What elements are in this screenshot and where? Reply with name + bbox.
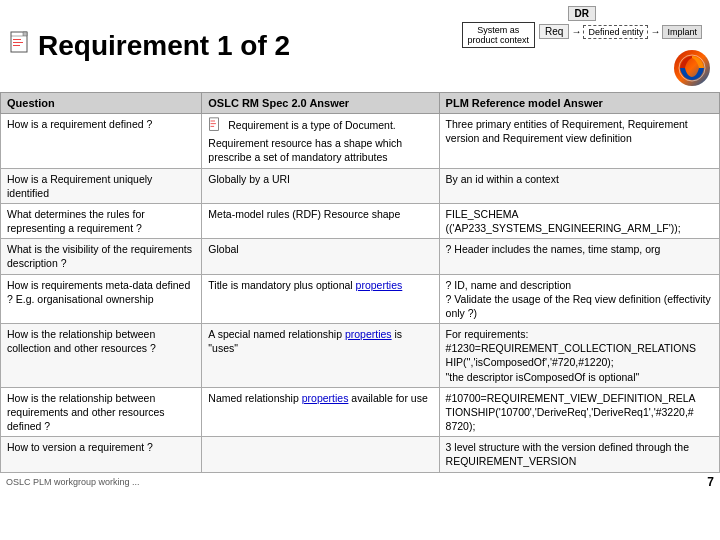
svg-rect-10	[211, 126, 215, 127]
col-header-oslc: OSLC RM Spec 2.0 Answer	[202, 93, 439, 114]
page-number: 7	[707, 475, 714, 489]
table-row: What determines the rules for representi…	[1, 203, 720, 238]
page-title: Requirement 1 of 2	[38, 30, 452, 62]
main-table: Question OSLC RM Spec 2.0 Answer PLM Ref…	[0, 92, 720, 473]
dr-box: DR	[568, 6, 596, 21]
req-box: Req	[539, 24, 569, 39]
oslc-answer-cell: Globally by a URI	[202, 168, 439, 203]
header-diagram: DR System asproduct context Req → Define…	[462, 6, 710, 86]
svg-rect-8	[211, 121, 215, 122]
plm-answer-cell: For requirements:#1230=REQUIREMENT_COLLE…	[439, 324, 719, 388]
properties-link-3[interactable]: properties	[302, 392, 349, 404]
svg-rect-5	[13, 45, 20, 46]
question-cell: How to version a requirement ?	[1, 437, 202, 472]
col-header-plm: PLM Reference model Answer	[439, 93, 719, 114]
doc-icon-left	[10, 31, 32, 61]
table-row: How to version a requirement ? 3 level s…	[1, 437, 720, 472]
plm-answer-cell: By an id within a context	[439, 168, 719, 203]
arrow-right2: →	[650, 26, 660, 37]
system-box: System asproduct context	[462, 22, 536, 48]
question-cell: How is the relationship between collecti…	[1, 324, 202, 388]
header: Requirement 1 of 2 DR System asproduct c…	[0, 0, 720, 90]
table-row: How is a Requirement uniquely identified…	[1, 168, 720, 203]
svg-rect-9	[211, 123, 216, 124]
arrow-right: →	[571, 26, 581, 37]
plm-answer-cell: 3 level structure with the version defin…	[439, 437, 719, 472]
svg-rect-3	[13, 39, 21, 40]
question-text: How is a requirement defined ?	[7, 118, 152, 130]
table-row: How is a requirement defined ? Requireme…	[1, 114, 720, 169]
table-header-row: Question OSLC RM Spec 2.0 Answer PLM Ref…	[1, 93, 720, 114]
table-row: How is requirements meta-data defined ? …	[1, 274, 720, 324]
table-row: How is the relationship between collecti…	[1, 324, 720, 388]
properties-link-2[interactable]: properties	[345, 328, 392, 340]
plm-answer-cell: ? Header includes the names, time stamp,…	[439, 239, 719, 274]
oslc-answer-cell	[202, 437, 439, 472]
oslc-answer-cell: A special named relationship properties …	[202, 324, 439, 388]
plm-answer-cell: FILE_SCHEMA (('AP233_SYSTEMS_ENGINEERING…	[439, 203, 719, 238]
plm-answer-cell: #10700=REQUIREMENT_VIEW_DEFINITION_RELA …	[439, 387, 719, 437]
oslc-answer-cell: Meta-model rules (RDF) Resource shape	[202, 203, 439, 238]
implant-box: Implant	[662, 25, 702, 39]
doc-icon-inline	[208, 117, 222, 136]
question-cell: How is the relationship between requirem…	[1, 387, 202, 437]
col-header-question: Question	[1, 93, 202, 114]
question-cell: What determines the rules for representi…	[1, 203, 202, 238]
properties-link-1[interactable]: properties	[356, 279, 403, 291]
table-row: How is the relationship between requirem…	[1, 387, 720, 437]
svg-marker-1	[23, 32, 27, 36]
svg-rect-4	[13, 42, 23, 43]
oslc-answer-cell: Title is mandatory plus optional propert…	[202, 274, 439, 324]
oslc-answer-cell: Named relationship properties available …	[202, 387, 439, 437]
footer-text: OSLC PLM workgroup working ...	[6, 476, 140, 487]
defined-entity-box: Defined entity	[583, 25, 648, 39]
table-row: What is the visibility of the requiremen…	[1, 239, 720, 274]
oslc-answer-text: Requirement is a type of Document. Requi…	[208, 119, 402, 163]
oslc-answer-cell: Requirement is a type of Document. Requi…	[202, 114, 439, 169]
question-cell: How is a requirement defined ?	[1, 114, 202, 169]
plm-answer-cell: ? ID, name and description? Validate the…	[439, 274, 719, 324]
oslc-answer-cell: Global	[202, 239, 439, 274]
question-cell: What is the visibility of the requiremen…	[1, 239, 202, 274]
question-cell: How is a Requirement uniquely identified	[1, 168, 202, 203]
logo	[674, 50, 710, 86]
plm-answer-cell: Three primary entities of Requirement, R…	[439, 114, 719, 169]
question-cell: How is requirements meta-data defined ? …	[1, 274, 202, 324]
